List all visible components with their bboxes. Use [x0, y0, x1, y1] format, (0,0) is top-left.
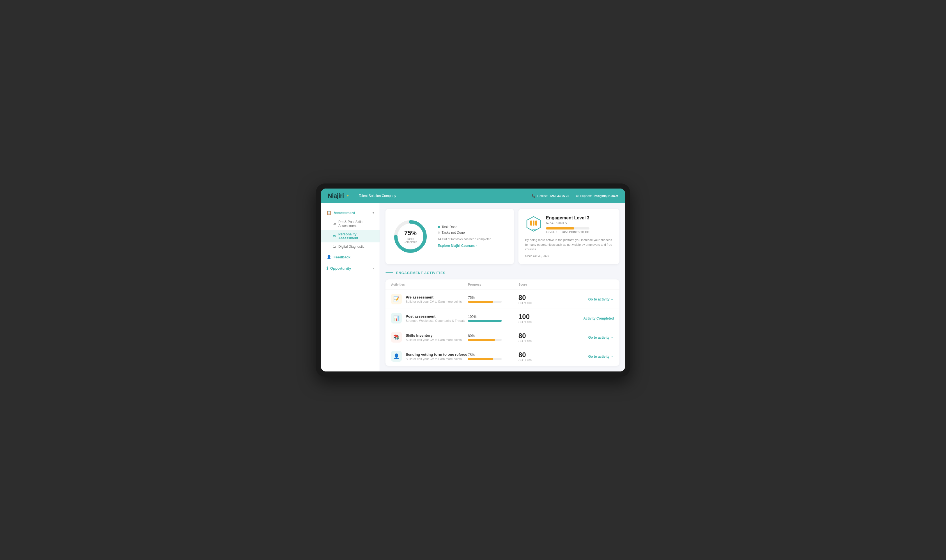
level-bar-fill — [546, 227, 574, 229]
action-cell-1: Activity Completed — [563, 315, 614, 321]
bar-bg-2 — [468, 339, 501, 341]
progress-pct-1: 100% — [468, 315, 518, 319]
engagement-title: Engagement Level 3 — [546, 215, 589, 220]
table-row: 📊 Post assessment Strength, Weakness, Op… — [386, 309, 620, 328]
feedback-left: 👤 Feedback — [326, 255, 351, 259]
header-tagline: Talent Solution Company — [359, 194, 396, 198]
explore-link[interactable]: Explore Niajiri Courses › — [438, 244, 477, 248]
sidebar-parent-left: 📋 Assessment — [326, 211, 355, 215]
bar-bg-3 — [468, 358, 501, 360]
sidebar-section-assessment: 📋 Assessment ▾ 🗂 Pre & Post Skills Asses… — [321, 208, 380, 251]
bar-fill-2 — [468, 339, 495, 341]
engagement-card: LEVEL Engagement Level 3 6754 POINTS — [518, 209, 620, 264]
sidebar-item-opportunity[interactable]: ℹ Opportunity ‹ — [321, 263, 380, 273]
col-progress: Progress — [468, 283, 518, 286]
score-cell-2: 80 Out of 100 — [518, 332, 563, 343]
screen: Niajiri ✦ Talent Solution Company 📞 Hotl… — [321, 189, 625, 371]
header: Niajiri ✦ Talent Solution Company 📞 Hotl… — [321, 189, 625, 203]
activity-completed-1: Activity Completed — [583, 317, 614, 320]
opportunity-icon: ℹ — [326, 266, 328, 271]
hex-badge: LEVEL — [525, 215, 542, 232]
score-small-0: Out of 100 — [518, 302, 563, 305]
donut-chart: 75% Tasks Completed — [392, 218, 429, 255]
pre-post-label: Pre & Post Skills Assessment — [338, 220, 374, 228]
engagement-points: 6754 POINTS — [546, 221, 589, 225]
sidebar-item-feedback[interactable]: 👤 Feedback — [321, 252, 380, 262]
support-contact: ✉ Support: info@niajiri.co.tz — [576, 194, 618, 198]
progress-cell-1: 100% — [468, 315, 518, 322]
go-activity-3[interactable]: Go to activity → — [588, 355, 614, 358]
since-label: Since — [525, 254, 532, 258]
activity-name-1: Post assessment — [406, 314, 465, 318]
legend-not-done-label: Tasks not Done — [441, 231, 465, 235]
bar-fill-0 — [468, 301, 493, 303]
score-big-0: 80 — [518, 294, 563, 302]
activity-cell-0: 📝 Pre assessment Build or edit your CV t… — [391, 294, 468, 305]
hotline-contact: 📞 Hotline: +255 33 66 22 — [532, 194, 569, 198]
go-activity-0[interactable]: Go to activity → — [588, 297, 614, 302]
activity-cell-2: 📚 Skills Inventory Build or edit your CV… — [391, 332, 468, 343]
progress-info: Task Done Tasks not Done 14 Out of 62 ta… — [438, 225, 507, 248]
activity-info-1: Post assessment Strength, Weakness, Oppo… — [406, 314, 465, 322]
sidebar-item-digital-diagnostic[interactable]: 🗂 Digital Diagnostic — [321, 242, 380, 251]
table-header: Activities Progress Score — [386, 280, 620, 290]
activity-name-2: Skills Inventory — [406, 333, 462, 337]
activity-info-2: Skills Inventory Build or edit your CV t… — [406, 333, 462, 342]
score-small-3: Out of 200 — [518, 359, 563, 362]
device-frame: Niajiri ✦ Talent Solution Company 📞 Hotl… — [316, 183, 630, 377]
sidebar: 📋 Assessment ▾ 🗂 Pre & Post Skills Asses… — [321, 203, 380, 371]
activity-icon-1: 📊 — [391, 313, 402, 323]
support-value: info@niajiri.co.tz — [594, 194, 618, 197]
post-assessment-icon: 📊 — [393, 315, 400, 321]
progress-cell-3: 75% — [468, 353, 518, 360]
activity-icon-2: 📚 — [391, 332, 402, 343]
svg-text:LEVEL: LEVEL — [531, 229, 537, 230]
donut-center: 75% Tasks Completed — [401, 229, 420, 243]
score-small-2: Out of 100 — [518, 340, 563, 343]
table-row: 👤 Sending vetting form to one referee Bu… — [386, 347, 620, 366]
level-current: LEVEL 3 — [546, 231, 557, 234]
progress-pct-2: 80% — [468, 334, 518, 338]
top-row: 75% Tasks Completed Task Done Ta — [386, 209, 620, 264]
legend-not-done: Tasks not Done — [438, 231, 507, 235]
engagement-header: LEVEL Engagement Level 3 6754 POINTS — [525, 215, 613, 234]
skills-icon: 📚 — [393, 334, 400, 340]
digital-label: Digital Diagnostic — [338, 245, 365, 249]
bar-fill-3 — [468, 358, 493, 360]
assessment-icon: 📋 — [326, 211, 331, 215]
support-label: Support: — [580, 194, 592, 197]
progress-card: 75% Tasks Completed Task Done Ta — [386, 209, 514, 264]
sidebar-item-personality[interactable]: 🗂 Personality Assessment — [321, 230, 380, 242]
sidebar-item-assessment[interactable]: 📋 Assessment ▾ — [321, 208, 380, 218]
bar-bg-1 — [468, 320, 501, 322]
header-right: 📞 Hotline: +255 33 66 22 ✉ Support: info… — [532, 194, 618, 198]
activity-info-3: Sending vetting form to one referee Buil… — [406, 352, 468, 360]
activity-info-0: Pre assessment Build or edit your CV to … — [406, 295, 462, 303]
score-big-2: 80 — [518, 332, 563, 340]
logo-text: Niajiri — [328, 192, 344, 200]
pre-post-icon: 🗂 — [333, 222, 336, 226]
legend-done: Task Done — [438, 225, 507, 229]
action-cell-2: Go to activity → — [563, 335, 614, 340]
logo-area: Niajiri ✦ — [328, 192, 349, 200]
score-cell-1: 100 Out of 100 — [518, 313, 563, 324]
opportunity-left: ℹ Opportunity — [326, 266, 351, 271]
activity-icon-3: 👤 — [391, 351, 402, 362]
action-cell-3: Go to activity → — [563, 354, 614, 359]
content-area: 75% Tasks Completed Task Done Ta — [380, 203, 625, 371]
sidebar-item-pre-post-skills[interactable]: 🗂 Pre & Post Skills Assessment — [321, 218, 380, 230]
level-bar-container: LEVEL 3 3456 POINTS TO GO — [546, 227, 589, 234]
header-divider — [354, 192, 354, 200]
opportunity-label: Opportunity — [330, 266, 351, 271]
assessment-label: Assessment — [334, 211, 355, 215]
section-line — [386, 272, 393, 273]
activity-desc-1: Strength, Weakness, Opportunity & Threat… — [406, 319, 465, 322]
sidebar-section-opportunity: ℹ Opportunity ‹ — [321, 263, 380, 273]
score-big-3: 80 — [518, 351, 563, 359]
go-activity-2[interactable]: Go to activity → — [588, 335, 614, 340]
activity-desc-3: Build or edit your CV to Earn more point… — [406, 357, 468, 360]
engagement-since: Since Oct 30, 2020 — [525, 254, 613, 258]
progress-cell-2: 80% — [468, 334, 518, 341]
personality-icon: 🗂 — [333, 234, 336, 238]
table-row: 📝 Pre assessment Build or edit your CV t… — [386, 290, 620, 309]
